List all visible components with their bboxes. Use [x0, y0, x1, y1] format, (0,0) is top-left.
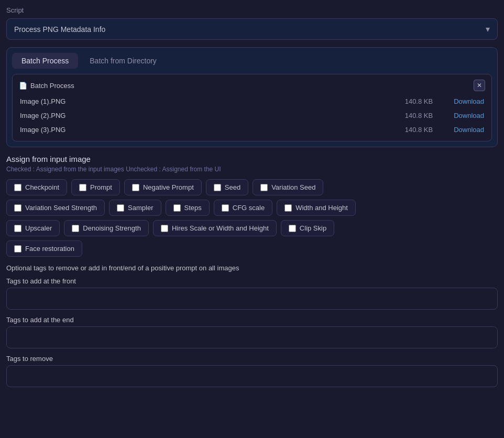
script-dropdown-value: Process PNG Metadata Info	[14, 25, 105, 34]
tab-batch-from-directory[interactable]: Batch from Directory	[80, 53, 166, 69]
checkbox-face-restoration[interactable]	[14, 245, 21, 253]
checkbox-variation-seed[interactable]	[260, 184, 268, 191]
pill-face-restoration[interactable]: Face restoration	[6, 240, 82, 257]
file-upload-title: 📄 Batch Process	[19, 82, 74, 90]
checkbox-clip-skip[interactable]	[289, 225, 296, 232]
checkbox-seed[interactable]	[214, 184, 221, 191]
pill-denoising-strength[interactable]: Denoising Strength	[64, 220, 149, 236]
pill-hires-scale[interactable]: Hires Scale or Width and Height	[153, 220, 277, 236]
pill-cfg-scale[interactable]: CFG scale	[214, 200, 272, 216]
pills-row-2: Variation Seed Strength Sampler Steps CF…	[6, 200, 498, 216]
file-list: Image (1).PNG 140.8 KB Download Image (2…	[19, 95, 485, 136]
tags-front-label: Tags to add at the front	[6, 277, 498, 285]
pill-variation-seed[interactable]: Variation Seed	[253, 179, 323, 195]
pill-sampler[interactable]: Sampler	[109, 200, 161, 216]
checkbox-denoising-strength[interactable]	[72, 225, 79, 232]
pill-variation-seed-strength[interactable]: Variation Seed Strength	[6, 200, 105, 216]
download-link-1[interactable]: Download	[454, 97, 484, 105]
table-row: Image (2).PNG 140.8 KB Download	[19, 110, 485, 122]
pill-negative-prompt[interactable]: Negative Prompt	[124, 179, 202, 195]
pills-row-3: Upscaler Denoising Strength Hires Scale …	[6, 220, 498, 236]
checkbox-cfg-scale[interactable]	[222, 204, 229, 212]
pill-clip-skip[interactable]: Clip Skip	[281, 220, 334, 236]
tags-remove-label: Tags to remove	[6, 355, 498, 363]
download-link-3[interactable]: Download	[454, 126, 484, 134]
optional-description: Optional tags to remove or add in front/…	[6, 264, 498, 272]
assign-section: Assign from input image Checked : Assign…	[6, 155, 498, 257]
checkbox-width-height[interactable]	[284, 204, 292, 212]
pill-steps[interactable]: Steps	[166, 200, 210, 216]
checkbox-upscaler[interactable]	[14, 225, 21, 232]
checkbox-sampler[interactable]	[117, 204, 124, 212]
checkbox-steps[interactable]	[173, 204, 181, 212]
tabs-row: Batch Process Batch from Directory	[12, 53, 492, 69]
assign-subtitle: Checked : Assigned from the input images…	[6, 166, 498, 173]
pill-seed[interactable]: Seed	[206, 179, 248, 195]
tags-front-input[interactable]	[6, 288, 498, 310]
pill-upscaler[interactable]: Upscaler	[6, 220, 60, 236]
assign-title: Assign from input image	[6, 155, 498, 163]
tags-end-input[interactable]	[6, 326, 498, 348]
file-upload-area: 📄 Batch Process ✕ Image (1).PNG 140.8 KB…	[12, 74, 492, 141]
checkbox-variation-seed-strength[interactable]	[14, 204, 21, 212]
chevron-down-icon: ▾	[486, 24, 490, 34]
script-dropdown[interactable]: Process PNG Metadata Info ▾	[6, 18, 498, 40]
pills-row-4: Face restoration	[6, 240, 498, 257]
checkbox-hires-scale[interactable]	[161, 225, 168, 232]
tags-remove-group: Tags to remove	[6, 355, 498, 387]
tab-batch-process[interactable]: Batch Process	[12, 53, 78, 69]
checkbox-checkpoint[interactable]	[14, 184, 21, 191]
table-row: Image (3).PNG 140.8 KB Download	[19, 124, 485, 136]
file-icon: 📄	[19, 82, 27, 90]
table-row: Image (1).PNG 140.8 KB Download	[19, 95, 485, 107]
script-section: Script Process PNG Metadata Info ▾ Batch…	[6, 6, 498, 387]
checkbox-negative-prompt[interactable]	[132, 184, 139, 191]
tags-front-group: Tags to add at the front	[6, 277, 498, 310]
pill-checkpoint[interactable]: Checkpoint	[6, 179, 67, 195]
close-button[interactable]: ✕	[474, 80, 485, 91]
tags-end-label: Tags to add at the end	[6, 316, 498, 324]
script-label: Script	[6, 6, 498, 14]
checkbox-prompt[interactable]	[79, 184, 86, 191]
pill-width-height[interactable]: Width and Height	[277, 200, 356, 216]
pill-prompt[interactable]: Prompt	[71, 179, 120, 195]
pills-row-1: Checkpoint Prompt Negative Prompt Seed V…	[6, 179, 498, 195]
tags-end-group: Tags to add at the end	[6, 316, 498, 348]
download-link-2[interactable]: Download	[454, 112, 484, 119]
tags-remove-input[interactable]	[6, 365, 498, 387]
file-upload-header: 📄 Batch Process ✕	[19, 80, 485, 91]
tabs-container: Batch Process Batch from Directory 📄 Bat…	[6, 47, 498, 147]
